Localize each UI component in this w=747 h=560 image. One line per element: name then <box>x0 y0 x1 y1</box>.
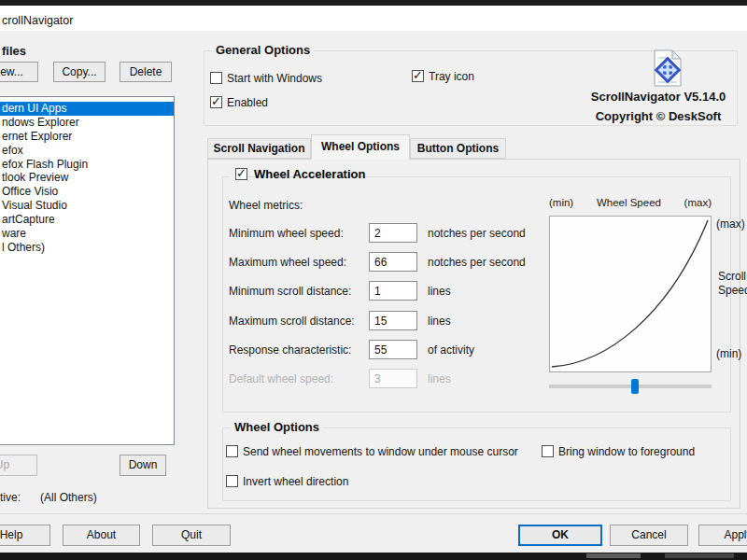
invert-wheel-direction-checkbox[interactable] <box>226 475 238 487</box>
list-item[interactable]: efox <box>0 144 174 158</box>
tray-icon-label: Tray icon <box>429 70 474 83</box>
response-characteristic-input[interactable] <box>369 340 417 359</box>
max-wheel-speed-input[interactable] <box>369 252 417 272</box>
taskbar-fragment <box>586 553 641 558</box>
active-profile-label: tive: <box>0 491 21 504</box>
list-item[interactable]: artCapture <box>0 213 174 227</box>
wheel-metrics-label: Wheel metrics: <box>229 199 303 212</box>
list-item[interactable]: efox Flash Plugin <box>0 158 174 172</box>
general-options-title: General Options <box>212 43 314 57</box>
max-wheel-speed-label: Maximum wheel speed: <box>229 252 346 273</box>
copy-profile-button[interactable]: Copy... <box>53 62 106 82</box>
list-item[interactable]: l Others) <box>0 241 174 255</box>
taskbar-fragment <box>665 553 734 558</box>
tab-scroll-navigation[interactable]: Scroll Navigation <box>207 138 311 159</box>
delete-profile-button[interactable]: Delete <box>120 62 172 82</box>
active-profile-value: (All Others) <box>40 491 97 504</box>
window-title: crollNavigator <box>2 11 73 30</box>
max-wheel-speed-unit: notches per second <box>428 252 526 273</box>
apply-button[interactable]: Apply <box>698 525 747 546</box>
new-profile-button[interactable]: ew... <box>0 62 38 82</box>
profiles-label: files <box>2 44 26 58</box>
min-wheel-speed-unit: notches per second <box>428 223 526 244</box>
metric-row: Maximum scroll distance: lines <box>229 311 537 331</box>
scrollnavigator-window: crollNavigator files ew... Copy... Delet… <box>0 0 747 560</box>
acceleration-curve <box>552 220 708 367</box>
graph-max-label: (max) <box>684 197 712 208</box>
graph-right-max-label: (max) <box>716 217 745 231</box>
wheel-acceleration-header: Wheel Acceleration <box>230 167 237 181</box>
send-wheel-movements-label: Send wheel movements to window under mou… <box>243 445 518 458</box>
footer-separator <box>0 513 747 514</box>
start-with-windows-label: Start with Windows <box>227 72 322 85</box>
graph-header: (min) Wheel Speed (max) <box>549 197 712 208</box>
min-scroll-distance-unit: lines <box>428 281 451 301</box>
wheel-options-group: Wheel Options <box>222 427 731 501</box>
invert-wheel-direction-label: Invert wheel direction <box>243 475 348 488</box>
graph-min-label: (min) <box>549 197 573 208</box>
screen-bottom-edge <box>0 553 747 560</box>
default-wheel-speed-label: Default wheel speed: <box>229 369 333 389</box>
min-scroll-distance-label: Minimum scroll distance: <box>229 281 351 301</box>
enabled-checkbox[interactable] <box>210 96 222 108</box>
tab-button-options[interactable]: Button Options <box>410 138 506 159</box>
list-item[interactable]: Visual Studio <box>0 199 174 213</box>
default-wheel-speed-unit: lines <box>428 369 451 389</box>
graph-yaxis-title: Scroll Speed <box>718 270 747 298</box>
scrollnavigator-logo-icon <box>652 49 684 88</box>
tab-wheel-options[interactable]: Wheel Options <box>311 134 410 160</box>
list-item[interactable]: dern UI Apps <box>0 102 174 116</box>
graph-axis-title: Wheel Speed <box>597 197 661 208</box>
tray-icon-checkbox[interactable] <box>412 70 424 82</box>
metric-row: Maximum wheel speed: notches per second <box>229 252 537 273</box>
metric-row: Default wheel speed: lines <box>229 369 537 389</box>
list-item[interactable]: ware <box>0 227 174 241</box>
response-characteristic-label: Response characteristic: <box>229 340 351 360</box>
bring-window-foreground-label: Bring window to foreground <box>558 445 695 458</box>
wheel-options-title: Wheel Options <box>231 420 323 434</box>
list-item[interactable]: ernet Explorer <box>0 130 174 144</box>
response-slider-thumb[interactable] <box>631 379 639 394</box>
metric-row: Minimum wheel speed: notches per second <box>229 223 537 244</box>
list-item[interactable]: tlook Preview <box>0 171 174 185</box>
list-item[interactable]: ndows Explorer <box>0 116 174 130</box>
about-button[interactable]: About <box>63 525 140 546</box>
min-wheel-speed-input[interactable] <box>369 223 417 243</box>
ok-button[interactable]: OK <box>518 525 602 546</box>
max-scroll-distance-input[interactable] <box>369 311 417 330</box>
metric-row: Response characteristic: of activity <box>229 340 537 360</box>
quit-button[interactable]: Quit <box>152 525 231 546</box>
wheel-acceleration-checkbox[interactable] <box>235 168 247 180</box>
move-down-button[interactable]: Down <box>120 455 166 476</box>
app-version-text: ScrollNavigator V5.14.0 <box>571 90 745 104</box>
min-scroll-distance-input[interactable] <box>369 281 417 301</box>
start-with-windows-checkbox[interactable] <box>210 72 222 84</box>
acceleration-curve-graph <box>549 216 712 372</box>
send-wheel-movements-checkbox[interactable] <box>226 445 238 457</box>
list-item[interactable]: Office Visio <box>0 185 174 199</box>
profiles-listbox[interactable]: dern UI Apps ndows Explorer ernet Explor… <box>0 96 175 445</box>
default-wheel-speed-input <box>369 369 417 388</box>
response-slider-track[interactable] <box>549 385 712 388</box>
help-button[interactable]: Help <box>0 525 50 546</box>
copyright-text: Copyright © DeskSoft <box>571 109 745 123</box>
bring-window-foreground-checkbox[interactable] <box>542 445 554 457</box>
wheel-acceleration-title: Wheel Acceleration <box>254 167 365 181</box>
min-wheel-speed-label: Minimum wheel speed: <box>229 223 344 244</box>
enabled-label: Enabled <box>227 96 268 109</box>
max-scroll-distance-unit: lines <box>428 311 451 331</box>
cancel-button[interactable]: Cancel <box>610 525 688 546</box>
move-up-button[interactable]: Up <box>0 455 37 476</box>
response-characteristic-unit: of activity <box>428 340 474 360</box>
metric-row: Minimum scroll distance: lines <box>229 281 537 301</box>
graph-right-min-label: (min) <box>716 347 741 360</box>
max-scroll-distance-label: Maximum scroll distance: <box>229 311 355 331</box>
title-bar: crollNavigator <box>0 6 747 31</box>
